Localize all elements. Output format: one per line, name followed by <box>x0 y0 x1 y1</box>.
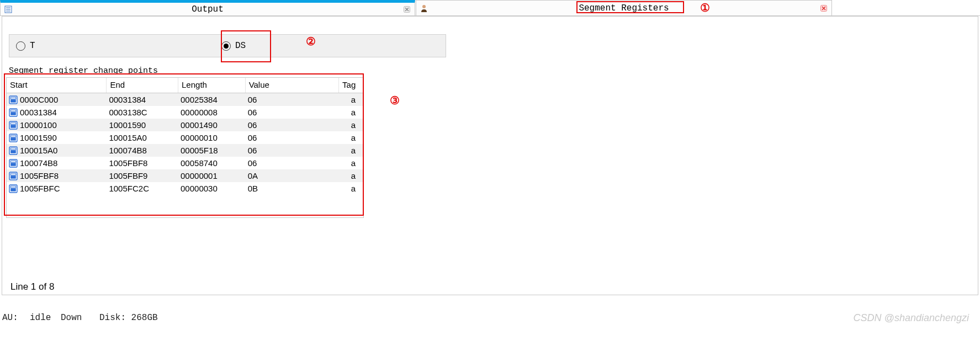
cell-end: 0003138C <box>107 108 178 117</box>
table-row[interactable]: 10001590100015A00000001006a <box>7 131 363 144</box>
cell-tag: a <box>339 146 363 155</box>
radio-ds-label: DS <box>235 41 246 51</box>
segment-row-icon <box>9 146 18 155</box>
table-row[interactable]: 100015A0100074B800005F1806a <box>7 144 363 157</box>
tab-segment-registers[interactable]: Segment Registers <box>416 0 832 15</box>
col-length[interactable]: Length <box>178 78 246 93</box>
tab-segreg-title: Segment Registers <box>432 3 816 13</box>
cell-length: 00001490 <box>178 120 246 130</box>
svg-rect-29 <box>10 188 16 191</box>
status-down: Down <box>61 313 99 323</box>
status-au: AU: <box>2 313 30 323</box>
table-row[interactable]: 100074B81005FBF80005874006a <box>7 157 363 169</box>
svg-rect-11 <box>10 112 16 115</box>
cell-tag: a <box>339 95 363 104</box>
radio-ds-indicator <box>221 41 231 51</box>
svg-point-5 <box>422 5 426 8</box>
cell-start: 0000C000 <box>20 95 58 104</box>
tab-bar: Output Segment Registers <box>0 0 980 16</box>
segment-row-icon <box>9 121 18 130</box>
register-type-radios: T DS <box>9 34 446 57</box>
segment-row-icon <box>9 95 18 104</box>
col-start[interactable]: Start <box>7 78 107 93</box>
close-icon[interactable] <box>399 6 415 13</box>
table-row[interactable]: 000313840003138C0000000806a <box>7 106 363 119</box>
table-body: 0000C000000313840002538406a0003138400031… <box>7 93 363 195</box>
cell-tag: a <box>339 184 363 193</box>
section-label: Segment register change points <box>9 66 158 76</box>
cell-start: 100074B8 <box>20 158 57 168</box>
segment-row-icon <box>9 184 18 193</box>
cell-end: 1005FBF9 <box>107 171 178 180</box>
status-line-of: Line 1 of 8 <box>10 281 54 292</box>
cell-tag: a <box>339 120 363 130</box>
cell-length: 00000010 <box>178 133 246 142</box>
cell-value: 0A <box>246 171 339 180</box>
cell-start: 1005FBFC <box>20 184 60 193</box>
segment-row-icon <box>9 172 18 180</box>
segment-row-icon <box>9 134 18 142</box>
segment-row-icon <box>9 108 18 117</box>
cell-tag: a <box>339 158 363 168</box>
cell-value: 06 <box>246 120 339 130</box>
cell-value: 06 <box>246 158 339 168</box>
cell-value: 0B <box>246 184 339 193</box>
radio-ds[interactable]: DS <box>221 41 246 51</box>
table-row[interactable]: 10000100100015900000149006a <box>7 119 363 131</box>
cell-value: 06 <box>246 146 339 155</box>
status-disk: Disk: 268GB <box>99 313 158 323</box>
avatar-icon <box>416 4 432 13</box>
cell-end: 1005FC2C <box>107 184 178 193</box>
cell-length: 00000030 <box>178 184 246 193</box>
col-tag[interactable]: Tag <box>339 78 363 93</box>
cell-end: 100015A0 <box>107 133 178 142</box>
cell-tag: a <box>339 108 363 117</box>
segment-row-icon <box>9 159 18 168</box>
cell-start: 00031384 <box>20 108 57 117</box>
cell-end: 1005FBF8 <box>107 158 178 168</box>
cell-length: 00025384 <box>178 95 246 104</box>
cell-end: 100074B8 <box>107 146 178 155</box>
svg-rect-14 <box>10 125 16 128</box>
svg-rect-8 <box>10 99 16 103</box>
svg-rect-23 <box>10 163 16 166</box>
cell-value: 06 <box>246 133 339 142</box>
cell-length: 00000001 <box>178 171 246 180</box>
segment-registers-panel: T DS Segment register change points Star… <box>2 16 978 295</box>
cell-tag: a <box>339 133 363 142</box>
col-end[interactable]: End <box>107 78 178 93</box>
document-icon <box>1 6 16 13</box>
radio-t-label: T <box>30 41 35 51</box>
svg-rect-26 <box>10 175 16 179</box>
cell-end: 10001590 <box>107 120 178 130</box>
cell-length: 00058740 <box>178 158 246 168</box>
svg-rect-17 <box>10 137 16 141</box>
bottom-status-bar: AU: idle Down Disk: 268GB <box>0 312 980 324</box>
tab-output-title: Output <box>16 4 399 14</box>
cell-value: 06 <box>246 95 339 104</box>
segment-change-table[interactable]: Start End Length Value Tag 0000C00000031… <box>6 77 364 218</box>
status-idle: idle <box>30 313 61 323</box>
table-header-row: Start End Length Value Tag <box>7 78 363 93</box>
cell-tag: a <box>339 171 363 180</box>
cell-length: 00000008 <box>178 108 246 117</box>
close-icon[interactable] <box>816 5 831 12</box>
cell-start: 100015A0 <box>20 146 57 155</box>
col-value[interactable]: Value <box>246 78 339 93</box>
radio-t-indicator <box>16 41 25 51</box>
cell-start: 1005FBF8 <box>20 171 59 180</box>
tab-output[interactable]: Output <box>0 0 415 15</box>
table-row[interactable]: 1005FBF81005FBF9000000010Aa <box>7 169 363 182</box>
cell-end: 00031384 <box>107 95 178 104</box>
cell-start: 10000100 <box>20 120 57 130</box>
radio-t[interactable]: T <box>16 41 221 51</box>
cell-start: 10001590 <box>20 133 57 142</box>
svg-rect-20 <box>10 150 16 153</box>
cell-value: 06 <box>246 108 339 117</box>
cell-length: 00005F18 <box>178 146 246 155</box>
table-row[interactable]: 1005FBFC1005FC2C000000300Ba <box>7 182 363 195</box>
table-row[interactable]: 0000C000000313840002538406a <box>7 93 363 106</box>
